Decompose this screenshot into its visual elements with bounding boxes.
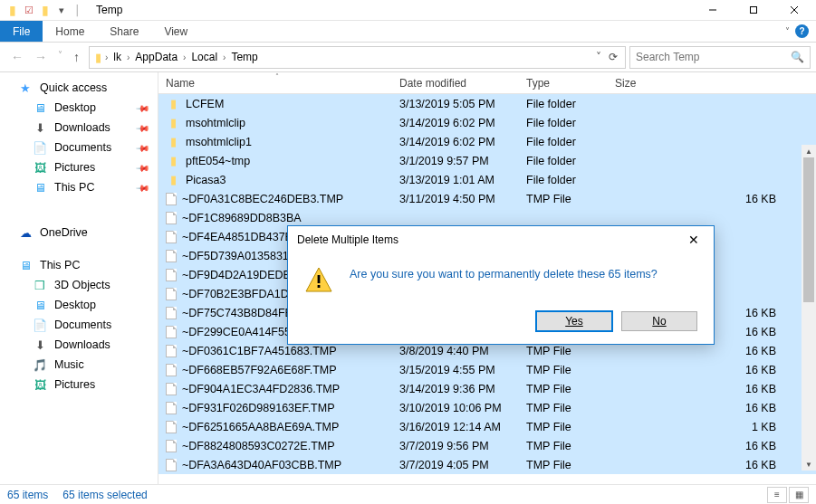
sidebar-item[interactable]: ⬇Downloads	[0, 335, 158, 355]
file-type: File folder	[519, 155, 608, 167]
sidebar-item[interactable]: ❒3D Objects	[0, 275, 158, 295]
file-row[interactable]: ~DF1C89689DD8B3BA	[158, 208, 816, 227]
file-row[interactable]: ▮Picasa33/13/2019 1:01 AMFile folder	[158, 170, 816, 189]
sidebar-item[interactable]: 📄Documents📌	[0, 138, 158, 157]
dialog-close-button[interactable]: ✕	[683, 233, 705, 247]
file-type: TMP File	[519, 440, 608, 452]
onedrive-header[interactable]: ☁ OneDrive	[0, 223, 158, 242]
file-row[interactable]: ~DF904A1EC3A4FD2836.TMP3/14/2019 9:36 PM…	[158, 379, 816, 398]
sidebar-item[interactable]: 🖼Pictures	[0, 375, 158, 395]
file-name: LCFEM	[186, 98, 224, 110]
view-details-button[interactable]: ≡	[767, 487, 787, 503]
file-row[interactable]: ~DF8824808593C0272E.TMP3/7/2019 9:56 PMT…	[158, 436, 816, 455]
breadcrumb[interactable]: ▮ › lk › AppData › Local › Temp ˅ ⟳	[89, 46, 626, 69]
search-box[interactable]: 🔍	[629, 46, 811, 69]
file-icon	[166, 421, 177, 433]
file-row[interactable]: ▮msohtmlclip3/14/2019 6:02 PMFile folder	[158, 113, 816, 132]
scroll-up-icon[interactable]: ▲	[802, 145, 816, 157]
tab-file[interactable]: File	[0, 21, 43, 42]
pin-icon: 📌	[136, 180, 150, 195]
sidebar-item[interactable]: 🖥This PC📌	[0, 177, 158, 197]
status-selection-count: 65 items selected	[62, 489, 147, 501]
column-date[interactable]: Date modified	[392, 72, 519, 93]
file-size: 16 KB	[608, 459, 816, 471]
recent-dropdown[interactable]: ˅	[58, 50, 62, 64]
minimize-button[interactable]	[692, 0, 733, 20]
ribbon-expand-icon[interactable]: ˅	[785, 26, 790, 36]
chevron-right-icon[interactable]: ›	[183, 52, 186, 62]
column-name[interactable]: Name ˄	[158, 72, 392, 93]
tab-share[interactable]: Share	[97, 21, 151, 42]
sidebar-item[interactable]: 📄Documents	[0, 315, 158, 335]
help-icon[interactable]: ?	[795, 24, 809, 38]
no-button[interactable]: No	[621, 311, 697, 331]
scroll-thumb[interactable]	[803, 157, 814, 302]
file-date: 3/7/2019 4:05 PM	[392, 459, 519, 471]
dialog-buttons: Yes No	[288, 311, 714, 344]
file-row[interactable]: ▮LCFEM3/13/2019 5:05 PMFile folder	[158, 94, 816, 113]
file-name: Picasa3	[186, 174, 226, 186]
refresh-icon[interactable]: ⟳	[609, 51, 618, 63]
file-row[interactable]: ~DF0A31C8BEC246DEB3.TMP3/11/2019 4:50 PM…	[158, 189, 816, 208]
breadcrumb-segment[interactable]: Local	[187, 51, 221, 63]
file-name: ~DFA3A643D40AF03CBB.TMP	[182, 459, 341, 471]
close-button[interactable]	[773, 0, 814, 20]
chevron-right-icon[interactable]: ›	[105, 52, 108, 62]
file-icon	[166, 212, 177, 224]
search-icon[interactable]: 🔍	[791, 51, 804, 63]
up-button[interactable]: ↑	[73, 50, 80, 64]
ribbon-help-area: ˅ ?	[785, 21, 816, 42]
sidebar-item[interactable]: 🖥Desktop📌	[0, 98, 158, 118]
tab-home[interactable]: Home	[43, 21, 97, 42]
file-type: TMP File	[519, 383, 608, 395]
folder-icon: ▮	[93, 51, 103, 64]
breadcrumb-segment[interactable]: Temp	[227, 51, 261, 63]
maximize-button[interactable]	[733, 0, 773, 20]
chevron-right-icon[interactable]: ›	[223, 52, 226, 62]
cube-icon: ❒	[33, 278, 47, 292]
qat-overflow[interactable]: ▾	[54, 3, 69, 17]
vertical-scrollbar[interactable]: ▲ ▼	[802, 145, 816, 471]
breadcrumb-segment[interactable]: lk	[110, 51, 125, 63]
dialog-body: Are you sure you want to permanently del…	[288, 253, 714, 311]
forward-button[interactable]: →	[34, 50, 47, 64]
breadcrumb-segment[interactable]: AppData	[131, 51, 181, 63]
sidebar-item[interactable]: 🖥Desktop	[0, 295, 158, 315]
folder-icon: ▮	[166, 97, 180, 111]
qat: ▮ ☑ ▮ ▾ │	[2, 3, 89, 17]
back-button[interactable]: ←	[11, 50, 24, 64]
scroll-down-icon[interactable]: ▼	[802, 458, 816, 471]
file-row[interactable]: ~DF668EB57F92A6E68F.TMP3/15/2019 4:55 PM…	[158, 360, 816, 379]
column-size[interactable]: Size	[608, 72, 816, 93]
sidebar-item[interactable]: 🖼Pictures📌	[0, 157, 158, 177]
file-row[interactable]: ~DF931F026D989163EF.TMP3/10/2019 10:06 P…	[158, 398, 816, 417]
folder-icon: ▮	[166, 173, 180, 187]
file-row[interactable]: ▮msohtmlclip13/14/2019 6:02 PMFile folde…	[158, 132, 816, 151]
file-size: 16 KB	[608, 402, 816, 414]
tab-view[interactable]: View	[151, 21, 200, 42]
file-row[interactable]: ~DF6251665AA8BAE69A.TMP3/16/2019 12:14 A…	[158, 417, 816, 436]
file-date: 3/14/2019 9:36 PM	[392, 383, 519, 395]
qat-item[interactable]: ☑	[22, 3, 36, 17]
file-date: 3/1/2019 9:57 PM	[392, 155, 519, 167]
search-input[interactable]	[636, 51, 791, 63]
file-row[interactable]: ▮pftE054~tmp3/1/2019 9:57 PMFile folder	[158, 151, 816, 170]
file-date: 3/7/2019 9:56 PM	[392, 440, 519, 452]
pic-icon: 🖼	[33, 377, 47, 392]
this-pc-header[interactable]: 🖥 This PC	[0, 255, 158, 275]
column-type[interactable]: Type	[519, 72, 608, 93]
file-row[interactable]: ~DFA3A643D40AF03CBB.TMP3/7/2019 4:05 PMT…	[158, 455, 816, 474]
quick-access-header[interactable]: ★ Quick access	[0, 78, 158, 98]
file-name: ~DF0361C1BF7A451683.TMP	[182, 345, 337, 357]
file-name: ~DF931F026D989163EF.TMP	[182, 402, 335, 414]
yes-button[interactable]: Yes	[536, 311, 612, 331]
file-type: TMP File	[519, 421, 608, 433]
file-type: TMP File	[519, 364, 608, 376]
chevron-right-icon[interactable]: ›	[127, 52, 130, 62]
sidebar-item[interactable]: 🎵Music	[0, 355, 158, 375]
file-name: ~DF6251665AA8BAE69A.TMP	[182, 421, 339, 433]
sidebar-item-label: This PC	[54, 181, 94, 194]
address-dropdown-icon[interactable]: ˅	[596, 51, 601, 63]
sidebar-item[interactable]: ⬇Downloads📌	[0, 118, 158, 138]
view-thumbnails-button[interactable]: ▦	[789, 487, 809, 503]
